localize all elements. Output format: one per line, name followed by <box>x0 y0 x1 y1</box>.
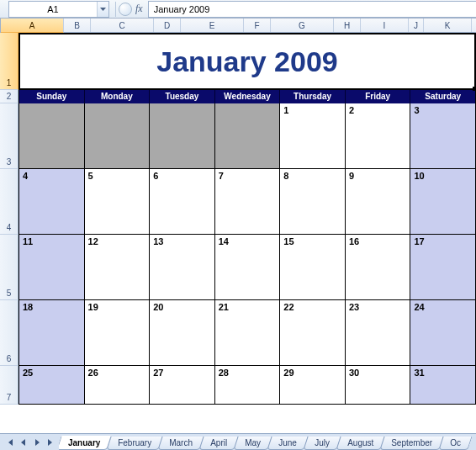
sheet-tab[interactable]: February <box>107 437 163 450</box>
grid[interactable]: January 2009 SundayMondayTuesdayWednesda… <box>19 33 476 405</box>
column-header[interactable]: I <box>361 19 409 32</box>
calendar-day[interactable]: 16 <box>346 235 411 300</box>
sheet-tab-label: Oc <box>450 438 461 447</box>
tab-nav-last[interactable] <box>44 436 57 449</box>
sheet-tab[interactable]: January <box>59 436 112 450</box>
column-header-row: ABCDEFGHIJKLMN <box>0 19 476 33</box>
chevron-down-icon <box>100 8 106 11</box>
formula-bar: A1 fx January 2009 <box>0 0 476 19</box>
calendar-day[interactable]: 11 <box>19 235 85 300</box>
row-header[interactable]: 1 <box>0 33 19 90</box>
sheet-tab[interactable]: August <box>336 437 384 450</box>
calendar-day[interactable]: 14 <box>215 235 281 300</box>
sheet-tab-label: February <box>119 438 152 447</box>
calendar-day[interactable]: 1 <box>280 103 346 169</box>
sheet-tab[interactable]: Oc <box>438 437 472 450</box>
column-header[interactable]: B <box>64 19 91 32</box>
sheet-tab[interactable]: March <box>158 437 204 450</box>
calendar-day[interactable]: 7 <box>215 169 281 235</box>
calendar-day[interactable]: 13 <box>150 235 215 300</box>
calendar-day[interactable]: 12 <box>85 235 151 300</box>
calendar-day[interactable]: 4 <box>19 169 85 235</box>
calendar-day[interactable]: 19 <box>85 300 151 366</box>
sheet-tab-label: March <box>170 438 193 447</box>
calendar-day[interactable]: 10 <box>410 169 476 235</box>
calendar-title-cell[interactable]: January 2009 <box>19 33 476 90</box>
calendar-day[interactable]: 6 <box>150 169 215 235</box>
row-header[interactable]: 4 <box>0 169 19 235</box>
calendar-day[interactable]: 9 <box>346 169 411 235</box>
sheet-tab-bar: JanuaryFebruaryMarchAprilMayJuneJulyAugu… <box>0 433 476 450</box>
calendar-day[interactable]: 30 <box>346 366 411 405</box>
calendar-day[interactable]: 27 <box>150 366 215 405</box>
day-of-week-header: Tuesday <box>150 90 215 103</box>
day-of-week-header-row: SundayMondayTuesdayWednesdayThursdayFrid… <box>19 90 476 103</box>
calendar-week-row: 25262728293031 <box>19 366 476 405</box>
sheet-tab[interactable]: June <box>267 437 308 450</box>
day-of-week-header: Friday <box>346 90 411 103</box>
calendar-day[interactable]: 25 <box>19 366 85 405</box>
column-header[interactable]: C <box>91 19 154 32</box>
calendar-day[interactable]: 20 <box>150 300 215 366</box>
column-header[interactable]: H <box>334 19 361 32</box>
tab-nav-next[interactable] <box>30 436 44 449</box>
calendar-day[interactable]: 28 <box>215 366 281 405</box>
column-header[interactable]: D <box>154 19 181 32</box>
day-of-week-header: Monday <box>85 90 151 103</box>
sheet-tab-label: July <box>315 438 330 447</box>
column-header[interactable]: E <box>181 19 244 32</box>
calendar-day[interactable]: 31 <box>410 366 476 405</box>
name-box[interactable]: A1 <box>8 1 109 18</box>
calendar-day[interactable]: 17 <box>410 235 476 300</box>
column-header[interactable]: F <box>244 19 271 32</box>
sheet-tab[interactable]: May <box>234 437 272 450</box>
name-box-dropdown[interactable] <box>97 2 108 17</box>
row-header[interactable]: 2 <box>0 90 19 103</box>
row-header[interactable]: 3 <box>0 103 19 169</box>
column-header[interactable]: J <box>409 19 424 32</box>
worksheet: 1234567 January 2009 SundayMondayTuesday… <box>0 33 476 405</box>
sheet-tab[interactable]: July <box>303 437 341 450</box>
name-box-value: A1 <box>9 4 97 14</box>
sheet-tab-label: September <box>391 438 432 447</box>
day-of-week-header: Thursday <box>280 90 346 103</box>
column-header[interactable]: G <box>271 19 334 32</box>
calendar-week-row: 11121314151617 <box>19 235 476 300</box>
calendar-day-padding[interactable] <box>215 103 281 169</box>
tab-nav-prev[interactable] <box>17 436 30 449</box>
calendar-day[interactable]: 23 <box>346 300 411 366</box>
sheet-tab[interactable]: September <box>379 437 443 450</box>
calendar-day[interactable]: 22 <box>280 300 346 366</box>
calendar-day[interactable]: 3 <box>410 103 476 169</box>
calendar-week-row: 18192021222324 <box>19 300 476 366</box>
column-header[interactable]: A <box>1 19 64 33</box>
row-header[interactable]: 6 <box>0 300 19 366</box>
row-header[interactable]: 7 <box>0 366 19 405</box>
calendar-day[interactable]: 5 <box>85 169 151 235</box>
calendar-day[interactable]: 26 <box>85 366 151 405</box>
calendar-day-padding[interactable] <box>19 103 85 169</box>
sheet-tab-label: August <box>347 438 373 447</box>
calendar-day[interactable]: 8 <box>280 169 346 235</box>
row-header[interactable]: 5 <box>0 235 19 300</box>
row-header-gutter: 1234567 <box>0 33 19 405</box>
calendar-day[interactable]: 29 <box>280 366 346 405</box>
calendar-day[interactable]: 2 <box>346 103 411 169</box>
divider <box>115 2 116 17</box>
day-of-week-header: Sunday <box>19 90 85 103</box>
calendar-day[interactable]: 18 <box>19 300 85 366</box>
sheet-tab-label: May <box>245 438 261 447</box>
day-of-week-header: Wednesday <box>215 90 281 103</box>
column-header[interactable]: K <box>424 19 472 32</box>
calendar-day[interactable]: 21 <box>215 300 281 366</box>
calendar-day-padding[interactable] <box>85 103 151 169</box>
column-header[interactable]: L <box>472 19 476 32</box>
calendar-day[interactable]: 15 <box>280 235 346 300</box>
calendar-day-padding[interactable] <box>150 103 215 169</box>
formula-input[interactable]: January 2009 <box>148 1 476 18</box>
sheet-tab[interactable]: April <box>199 437 239 450</box>
insert-function-button[interactable] <box>119 3 132 16</box>
tab-nav-first[interactable] <box>3 436 17 449</box>
sheet-tabs: JanuaryFebruaryMarchAprilMayJuneJulyAugu… <box>59 434 476 450</box>
calendar-day[interactable]: 24 <box>410 300 476 366</box>
